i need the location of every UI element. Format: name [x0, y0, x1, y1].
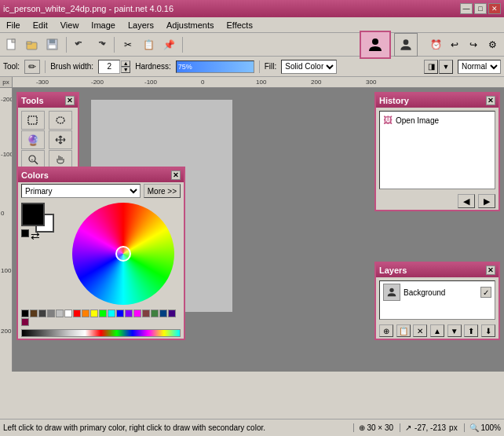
history-redo-button[interactable]: ▶ — [478, 194, 495, 208]
ruler-v-mark: 0 — [1, 210, 4, 217]
color-swatch[interactable] — [142, 310, 150, 317]
menu-edit[interactable]: Edit — [30, 19, 51, 31]
selected-image-icon[interactable] — [360, 31, 391, 59]
brush-width-down[interactable]: ▼ — [121, 67, 130, 73]
color-swatch[interactable] — [30, 310, 38, 317]
menu-image[interactable]: Image — [88, 19, 119, 31]
color-swatch[interactable] — [90, 310, 98, 317]
close-button[interactable]: ✕ — [488, 3, 501, 14]
reset-colors-icon[interactable] — [21, 229, 29, 237]
coords-unit: px — [449, 423, 458, 432]
svg-point-11 — [57, 117, 64, 123]
menu-file[interactable]: File — [3, 19, 24, 31]
ruler-mark: 0 — [201, 79, 204, 86]
hardness-slider[interactable]: 75% — [176, 60, 254, 73]
color-wheel[interactable] — [72, 203, 174, 305]
add-layer-button[interactable]: ⊕ — [379, 324, 393, 337]
ruler-corner: px — [0, 77, 13, 88]
undo-icon-btn[interactable]: ↩ — [446, 36, 463, 53]
color-swatch[interactable] — [133, 310, 141, 317]
color-swatch[interactable] — [47, 310, 55, 317]
color-swatch[interactable] — [159, 310, 167, 317]
blend-select[interactable]: Normal — [458, 60, 501, 74]
ruler-mark: -300 — [36, 79, 49, 86]
lasso-select-tool[interactable] — [49, 111, 72, 130]
move-layer-down-button[interactable]: ▼ — [447, 324, 462, 337]
separator-2 — [114, 37, 115, 53]
minimize-button[interactable]: — — [460, 3, 473, 14]
brush-width-input[interactable] — [98, 60, 120, 74]
menu-view[interactable]: View — [57, 19, 82, 31]
ruler-v-mark: 100 — [1, 267, 11, 274]
layers-panel-close[interactable]: ✕ — [486, 266, 495, 275]
color-swatch[interactable] — [116, 310, 124, 317]
move-layer-up-button[interactable]: ▲ — [430, 324, 444, 337]
zoom-value: 100% — [480, 423, 501, 432]
color-swatch[interactable] — [21, 310, 29, 317]
layer-name: Background — [404, 288, 477, 297]
menu-effects[interactable]: Effects — [224, 19, 256, 31]
colors-panel-close[interactable]: ✕ — [171, 170, 181, 180]
layer-item[interactable]: Background ✓ — [380, 281, 495, 303]
color-swatch[interactable] — [82, 310, 89, 317]
history-panel: History ✕ 🖼 Open Image ◀ ▶ — [374, 92, 500, 211]
maximize-button[interactable]: □ — [474, 3, 487, 14]
brush-width-up[interactable]: ▲ — [121, 60, 130, 67]
ruler-horizontal: px -300 -200 -100 0 100 200 300 — [0, 77, 504, 88]
canvas-area[interactable]: Tools ✕ 🔮 + — [13, 88, 504, 372]
redo-icon-btn[interactable]: ↪ — [465, 36, 482, 53]
history-item[interactable]: 🖼 Open Image — [382, 113, 493, 127]
color-swatch[interactable] — [56, 310, 64, 317]
menu-layers[interactable]: Layers — [125, 19, 157, 31]
layer-merge-button[interactable]: ⬆ — [464, 324, 478, 337]
tools-panel-close[interactable]: ✕ — [65, 96, 75, 105]
color-type-select[interactable]: Primary — [21, 184, 141, 198]
layer-flatten-button[interactable]: ⬇ — [481, 324, 495, 337]
layers-nav: ⊕ 📋 ✕ ▲ ▼ ⬆ ⬇ — [376, 323, 499, 339]
primary-color-swatch[interactable] — [21, 203, 45, 226]
delete-layer-button[interactable]: ✕ — [413, 324, 427, 337]
svg-rect-3 — [27, 42, 31, 44]
color-swatch[interactable] — [168, 310, 176, 317]
new-button[interactable] — [3, 36, 20, 53]
history-list: 🖼 Open Image — [379, 111, 495, 189]
tools-panel-title: Tools — [21, 96, 44, 105]
copy-layer-button[interactable]: 📋 — [396, 324, 411, 337]
color-swatch[interactable] — [151, 310, 159, 317]
more-colors-button[interactable]: More >> — [144, 184, 181, 198]
cut-button[interactable]: ✂ — [119, 36, 137, 53]
color-picker-cursor[interactable] — [115, 246, 131, 262]
color-swatch[interactable] — [99, 310, 107, 317]
history-panel-close[interactable]: ✕ — [486, 96, 495, 105]
undo-button[interactable] — [71, 36, 89, 53]
color-swatch[interactable] — [73, 310, 81, 317]
redo-button[interactable] — [92, 36, 109, 53]
image-thumbnail[interactable] — [394, 33, 418, 57]
color-swatch[interactable] — [108, 310, 115, 317]
fill-select[interactable]: Solid Color — [281, 60, 337, 74]
rectangle-select-tool[interactable] — [21, 111, 45, 130]
history-undo-button[interactable]: ◀ — [458, 194, 475, 208]
color-swatch[interactable] — [38, 310, 46, 317]
open-button[interactable] — [24, 36, 41, 53]
layer-visibility-check[interactable]: ✓ — [480, 287, 491, 298]
layers-list: Background ✓ — [379, 280, 495, 320]
magic-wand-tool[interactable]: 🔮 — [21, 130, 45, 149]
move-tool[interactable] — [49, 130, 72, 149]
color-swatch[interactable] — [64, 310, 72, 317]
color-swatch[interactable] — [125, 310, 133, 317]
menu-adjustments[interactable]: Adjustments — [163, 19, 217, 31]
copy-button[interactable]: 📋 — [140, 36, 157, 53]
window-title: ic_person_white_24dp.png - paint.net 4.0… — [3, 4, 173, 13]
svg-rect-10 — [28, 116, 37, 124]
save-button[interactable] — [44, 36, 61, 53]
color-swatch[interactable] — [21, 318, 29, 326]
active-tool-icon[interactable]: ✏ — [24, 60, 40, 74]
color-wheel-disc[interactable] — [72, 203, 174, 305]
settings-icon-btn[interactable]: ⚙ — [484, 36, 501, 53]
history-icon-btn[interactable]: ⏰ — [427, 36, 444, 53]
opacity-icon: ◨ — [424, 60, 438, 74]
toolbar: ✂ 📋 📌 ⏰ ↩ ↪ ⚙ — [0, 33, 504, 57]
ruler-mark: 100 — [256, 79, 266, 86]
paste-button[interactable]: 📌 — [160, 36, 177, 53]
